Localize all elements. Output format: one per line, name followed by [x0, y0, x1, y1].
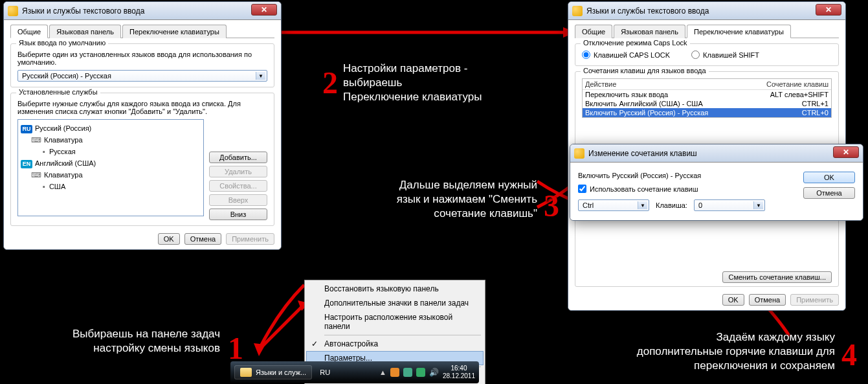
ok-button[interactable]: OK [158, 233, 180, 245]
close-button[interactable]: ✕ [816, 4, 841, 16]
close-button[interactable]: ✕ [833, 146, 859, 158]
annotation-3: Дальше выделяем нужный язык и нажимаем "… [343, 178, 537, 221]
col-action: Действие [585, 80, 757, 88]
tray-icon[interactable] [416, 368, 425, 377]
menu-autotune[interactable]: ✓ Автонастройка [306, 337, 484, 351]
chevron-down-icon: ▼ [753, 201, 763, 209]
table-row[interactable]: Переключить язык ввода ALT слева+SHIFT [583, 90, 831, 99]
menu-extra-icons[interactable]: Дополнительные значки в панели задач [306, 296, 484, 310]
dialog-title: Изменение сочетания клавиш [588, 149, 697, 158]
hotkeys-table[interactable]: Действие Сочетание клавиш Переключить яз… [582, 78, 832, 118]
hotkey-target-label: Включить Русский (Россия) - Русская [578, 172, 797, 179]
key-label: Клавиша: [656, 201, 687, 209]
tray-up-icon[interactable]: ▲ [379, 368, 386, 376]
delete-button[interactable]: Удалить [209, 166, 267, 177]
dialog-icon [572, 6, 583, 16]
default-lang-group-title: Язык ввода по умолчанию [16, 39, 108, 47]
titlebar[interactable]: Языки и службы текстового ввода ✕ [568, 2, 845, 20]
step-3-number: 3 [544, 188, 559, 223]
add-button[interactable]: Добавить... [209, 152, 267, 163]
taskbar-app-button[interactable]: Языки и служ... [234, 365, 312, 379]
default-lang-help: Выберите один из установленных языков вв… [17, 51, 267, 66]
hotkeys-group-title: Сочетания клавиш для языков ввода [581, 67, 709, 74]
default-lang-value: Русский (Россия) - Русская [22, 72, 111, 80]
dialog-icon [574, 148, 584, 159]
ru-badge: RU [21, 125, 32, 133]
lang-indicator[interactable]: RU [320, 368, 330, 376]
svg-marker-2 [254, 343, 265, 356]
menu-restore-langbar[interactable]: Восстановить языковую панель [306, 282, 484, 296]
use-hotkey-checkbox[interactable]: Использовать сочетание клавиш [578, 185, 698, 193]
en-badge: EN [21, 160, 32, 168]
default-lang-combo[interactable]: Русский (Россия) - Русская ▼ [17, 70, 267, 82]
cancel-button[interactable]: Отмена [803, 187, 855, 199]
down-button[interactable]: Вниз [209, 209, 267, 220]
up-button[interactable]: Вверх [209, 194, 267, 206]
tab-langbar[interactable]: Языковая панель [614, 25, 685, 38]
keyboard-icon [21, 171, 44, 179]
tab-switch[interactable]: Переключение клавиатуры [687, 25, 791, 38]
dialog-icon [8, 6, 18, 16]
caps-by-capslock-radio[interactable]: Клавишей CAPS LOCK [582, 51, 670, 59]
clock[interactable]: 16:40 28.12.2011 [443, 365, 475, 380]
tab-langbar[interactable]: Языковая панель [49, 25, 121, 38]
close-button[interactable]: ✕ [251, 4, 277, 16]
key-combo[interactable]: 0 ▼ [694, 199, 765, 211]
step-4-number: 4 [841, 337, 857, 372]
col-combo: Сочетание клавиш [757, 80, 829, 88]
dialog-title: Языки и службы текстового ввода [22, 6, 144, 16]
tab-general[interactable]: Общие [10, 25, 48, 38]
lang-services-dialog-general: Языки и службы текстового ввода ✕ Общие … [3, 1, 282, 250]
table-row[interactable]: Включить Английский (США) - США CTRL+1 [583, 99, 831, 108]
step-2-number: 2 [322, 65, 338, 100]
titlebar[interactable]: Языки и службы текстового ввода ✕ [4, 2, 281, 20]
step-1-number: 1 [228, 330, 243, 366]
app-icon [240, 368, 252, 377]
separator [324, 335, 481, 335]
tab-switch[interactable]: Переключение клавиатуры [122, 25, 227, 38]
services-help: Выберите нужные службы для каждого языка… [17, 100, 267, 115]
modifier-combo[interactable]: Ctrl ▼ [578, 199, 649, 211]
tray-icon[interactable] [390, 368, 399, 377]
chevron-down-icon: ▼ [638, 201, 647, 209]
ok-button[interactable]: OK [722, 294, 744, 306]
installed-services-tree[interactable]: RUРусский (Россия) Клавиатура Русская EN… [17, 119, 204, 216]
chevron-down-icon: ▼ [256, 72, 265, 80]
titlebar[interactable]: Изменение сочетания клавиш ✕ [570, 144, 863, 163]
dialog-title: Языки и службы текстового ввода [586, 6, 709, 16]
apply-button[interactable]: Применить [226, 233, 274, 245]
annotation-1: Выбираешь на панеле задач настройку смен… [13, 327, 220, 356]
annotation-2: Настройки параметров - выбираешь Переклю… [343, 62, 550, 104]
cancel-button[interactable]: Отмена [749, 294, 786, 306]
check-icon: ✓ [311, 339, 318, 348]
services-group-title: Установленные службы [16, 88, 100, 96]
tab-general[interactable]: Общие [575, 25, 612, 38]
annotation-4: Задаём каждому языку дополнительные горя… [518, 330, 835, 373]
table-row-selected[interactable]: Включить Русский (Россия) - Русская CTRL… [583, 108, 831, 117]
cancel-button[interactable]: Отмена [184, 233, 221, 245]
change-hotkey-button[interactable]: Сменить сочетание клавиш... [722, 271, 832, 283]
menu-position[interactable]: Настроить расположение языковой панели [306, 310, 484, 333]
properties-button[interactable]: Свойства... [209, 180, 267, 192]
ok-button[interactable]: OK [803, 172, 855, 183]
volume-icon[interactable] [429, 368, 439, 377]
keyboard-icon [21, 136, 44, 144]
capslock-group-title: Отключение режима Caps Lock [581, 39, 690, 47]
caps-by-shift-radio[interactable]: Клавишей SHIFT [691, 51, 759, 59]
apply-button[interactable]: Применить [790, 294, 839, 306]
tray-icon[interactable] [403, 368, 412, 377]
change-hotkey-dialog: Изменение сочетания клавиш ✕ Включить Ру… [570, 144, 863, 221]
taskbar: Языки и служ... RU ▲ 16:40 28.12.2011 [230, 361, 479, 383]
